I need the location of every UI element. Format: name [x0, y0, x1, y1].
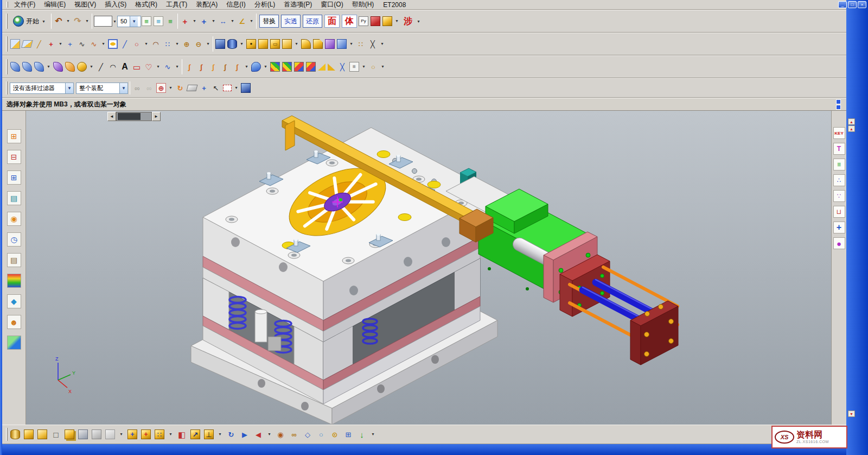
arc-tool-icon[interactable]: ◠ — [108, 62, 118, 72]
dropdown-caret[interactable]: ▾ — [394, 16, 399, 26]
dropdown-caret[interactable]: ▾ — [244, 62, 249, 72]
object-color-swatch[interactable] — [94, 16, 112, 27]
selection-filter-combo[interactable]: 没有选择过滤器 ▼ — [10, 83, 74, 94]
purple-ball-icon[interactable]: ● — [833, 237, 845, 249]
menu-help[interactable]: 帮助(H) — [348, 0, 378, 10]
dropdown-caret[interactable]: ▾ — [211, 16, 216, 26]
link-curve-icon[interactable] — [108, 39, 118, 49]
assembly-scope-combo[interactable]: 整个装配 ▼ — [76, 83, 128, 94]
constraint-navigator-icon[interactable]: ⊟ — [7, 150, 21, 164]
history-icon[interactable]: ◷ — [7, 232, 21, 247]
part-navigator-icon[interactable]: ⊞ — [7, 170, 21, 185]
add-component-icon[interactable]: + — [127, 429, 137, 439]
dropdown-caret[interactable]: ▾ — [168, 83, 173, 93]
trim-body-icon[interactable] — [325, 39, 335, 49]
interpart-chain2-icon[interactable]: ∞ — [144, 83, 154, 93]
plate-holes-icon[interactable]: ∵ — [833, 190, 845, 202]
chevron-down-icon[interactable]: ▾ — [112, 19, 117, 24]
datum-plane-icon[interactable] — [21, 40, 33, 48]
snap-point-icon[interactable]: ⊕ — [156, 83, 166, 93]
arc-icon[interactable]: ◠ — [151, 39, 161, 49]
statusbar-button-icon[interactable] — [836, 105, 841, 110]
combo-arrow-icon[interactable]: ▼ — [119, 83, 127, 93]
system-scenes-icon[interactable] — [7, 336, 21, 350]
dropdown-caret[interactable]: ▾ — [192, 16, 197, 26]
toolbar-grip[interactable] — [6, 428, 8, 441]
dropdown-caret[interactable]: ▾ — [380, 39, 385, 49]
dropdown-caret[interactable]: ▾ — [156, 62, 161, 72]
pocket-icon[interactable]: ▭ — [270, 39, 280, 49]
offset-curve-icon[interactable]: ∫ — [184, 62, 194, 72]
dropdown-caret[interactable]: ▾ — [85, 16, 90, 26]
dropdown-caret[interactable]: ▾ — [46, 62, 51, 72]
instance-icon[interactable]: ∷ — [356, 39, 366, 49]
visualization-icon[interactable]: ◆ — [7, 294, 21, 308]
mirror-assembly-icon[interactable]: ◧ — [177, 429, 187, 439]
layer-settings-icon[interactable]: ≡ — [154, 16, 163, 26]
resize-face-icon[interactable] — [306, 62, 316, 72]
dropdown-caret[interactable]: ▾ — [380, 62, 385, 72]
wave-sphere-icon[interactable]: ○ — [316, 429, 326, 439]
cad-model[interactable]: Z Y X — [26, 111, 831, 425]
rotate-view-icon[interactable]: ↻ — [175, 83, 185, 93]
key-icon[interactable]: KEY — [833, 127, 845, 139]
beaker-icon[interactable]: ⊔ — [833, 206, 845, 218]
restore-button[interactable]: 还原 — [303, 15, 322, 28]
minimize-button[interactable]: _ — [838, 1, 847, 8]
pick-icon[interactable]: ↖ — [211, 83, 221, 93]
boss-icon[interactable] — [258, 39, 268, 49]
explode-assembly-icon[interactable]: ↓ — [357, 429, 367, 439]
menu-edit[interactable]: 编辑(E) — [40, 0, 69, 10]
show-dof-icon[interactable]: ↻ — [226, 429, 236, 439]
scroll-left-icon[interactable]: ◄ — [107, 112, 116, 121]
intersection-curve-icon[interactable]: ∫ — [220, 62, 230, 72]
interpart-chain-icon[interactable]: ∞ — [132, 83, 142, 93]
menu-analysis[interactable]: 分析(L) — [251, 0, 279, 10]
wireframe-component-icon[interactable]: □ — [51, 429, 61, 439]
product-interface-icon[interactable]: ⊞ — [343, 429, 353, 439]
text-icon[interactable]: A — [120, 62, 130, 72]
sequence-icon[interactable]: ▶ — [240, 429, 250, 439]
through-mesh-icon[interactable] — [34, 62, 44, 72]
draft-icon[interactable] — [318, 64, 326, 71]
table-rows-icon[interactable]: ≡ — [833, 159, 845, 170]
dropdown-caret[interactable]: ▾ — [361, 62, 366, 72]
interference-check-icon[interactable]: ◉ — [276, 429, 285, 439]
work-layer-spinner[interactable]: 50 ▼ — [117, 16, 141, 27]
menubar-grip[interactable] — [7, 2, 8, 8]
combo-arrow-icon[interactable]: ▼ — [65, 83, 73, 93]
body-button[interactable]: 体 — [342, 15, 357, 28]
dropdown-caret[interactable]: ▾ — [218, 429, 222, 439]
pattern-component-icon[interactable]: ∷ — [155, 429, 164, 439]
circle-icon[interactable]: ○ — [132, 39, 142, 49]
toolbar-grip[interactable] — [6, 81, 8, 94]
interrupt-icon[interactable]: ╳ — [368, 39, 378, 49]
visible-layers-icon[interactable]: ≡ — [142, 16, 151, 26]
move-cursor-icon[interactable]: + — [199, 83, 209, 93]
measure-angle-icon[interactable]: ∠ — [237, 16, 247, 26]
shaded-view-icon[interactable] — [241, 83, 251, 93]
dropdown-caret[interactable]: ▾ — [144, 39, 149, 49]
unite-icon[interactable]: ⊕ — [182, 39, 192, 49]
translucent-button[interactable]: 实透 — [281, 15, 301, 28]
measure-distance-icon[interactable]: ↔ — [218, 16, 228, 26]
multiple-components-icon[interactable] — [65, 429, 74, 439]
wave-geometry-linker-icon[interactable]: ◇ — [303, 429, 312, 439]
face-button[interactable]: 面 — [324, 15, 340, 28]
new-component-icon[interactable]: + — [141, 429, 151, 439]
notebook-icon[interactable]: ▤ — [7, 253, 21, 267]
inactive-component-icon[interactable] — [92, 429, 101, 439]
menu-insert[interactable]: 插入(S) — [101, 0, 130, 10]
resource-scroll-up-icon[interactable]: ▲ — [848, 118, 855, 125]
menu-information[interactable]: 信息(I) — [222, 0, 249, 10]
dropdown-caret[interactable]: ▾ — [239, 39, 244, 49]
resource-scroll-up2-icon[interactable]: ▲ — [848, 125, 855, 132]
dropdown-caret[interactable]: ▾ — [175, 39, 180, 49]
hole-icon[interactable]: ● — [246, 39, 256, 49]
dropdown-caret[interactable]: ▾ — [58, 39, 63, 49]
statusbar-button-icon[interactable] — [836, 99, 841, 104]
dropdown-caret[interactable]: ▾ — [294, 39, 299, 49]
bounded-plane-icon[interactable] — [65, 62, 75, 72]
component-icon[interactable] — [24, 429, 34, 439]
menu-preferences[interactable]: 首选项(P) — [280, 0, 316, 10]
